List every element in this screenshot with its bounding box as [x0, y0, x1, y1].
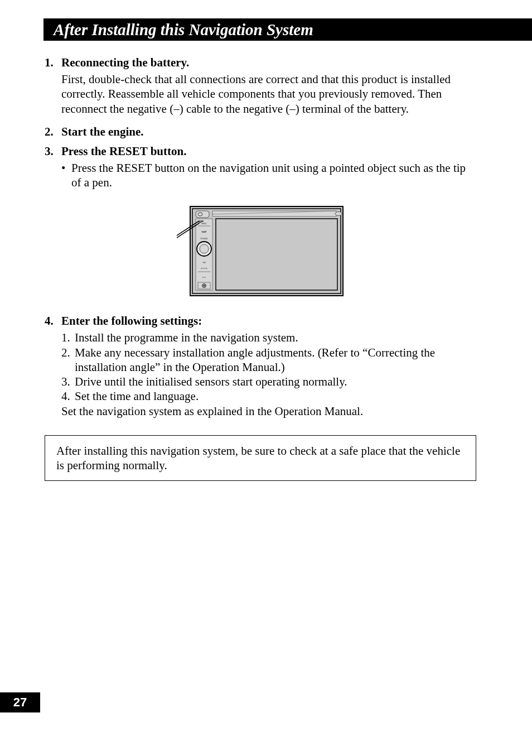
- step-4: 4. Enter the following settings: 1. Inst…: [45, 314, 476, 418]
- substep: 2. Make any necessary installation angle…: [61, 345, 476, 375]
- step-title: Reconnecting the battery.: [61, 56, 476, 70]
- substep-number: 2.: [61, 345, 75, 375]
- svg-rect-8: [216, 219, 337, 290]
- step-title: Press the RESET button.: [61, 145, 476, 158]
- step-tail-text: Set the navigation system as explained i…: [61, 404, 476, 418]
- step-body: Enter the following settings: 1. Install…: [61, 314, 476, 418]
- step-3: 3. Press the RESET button. • Press the R…: [45, 145, 476, 196]
- document-page: After Installing this Navigation System …: [0, 0, 532, 756]
- device-figure: MENU MAP PUSH AV TRK ◂ ◂ ▸ ▸ ◂ ▸: [45, 205, 476, 297]
- step-title: Enter the following settings:: [61, 314, 476, 328]
- svg-rect-13: [198, 271, 210, 272]
- page-number-tab: 27: [0, 692, 40, 712]
- svg-point-6: [335, 212, 342, 216]
- substep: 3. Drive until the initialised sensors s…: [61, 374, 476, 389]
- navigation-unit-illustration: MENU MAP PUSH AV TRK ◂ ◂ ▸ ▸ ◂ ▸: [177, 205, 344, 297]
- step-number: 1.: [45, 56, 61, 122]
- step-1: 1. Reconnecting the battery. First, doub…: [45, 56, 476, 122]
- page-number: 27: [13, 695, 27, 710]
- bullet-marker: •: [61, 161, 71, 190]
- svg-text:◂ ▸: ◂ ▸: [202, 276, 205, 278]
- section-title-bar: After Installing this Navigation System: [43, 18, 532, 41]
- substep-number: 4.: [61, 389, 75, 403]
- note-text: After installing this navigation system,…: [56, 444, 460, 472]
- section-title: After Installing this Navigation System: [54, 21, 313, 39]
- step-paragraph: First, double-check that all connections…: [61, 72, 476, 116]
- step-title: Start the engine.: [61, 125, 476, 139]
- label-trk: TRK: [202, 262, 206, 264]
- step-body: Press the RESET button. • Press the RESE…: [61, 145, 476, 196]
- step-number: 3.: [45, 145, 61, 196]
- label-map: MAP: [202, 230, 207, 233]
- svg-point-11: [200, 244, 209, 253]
- step-number: 2.: [45, 125, 61, 141]
- substep-text: Drive until the initialised sensors star…: [75, 374, 476, 389]
- substep: 1. Install the programme in the navigati…: [61, 330, 476, 345]
- label-pushav: PUSH AV: [201, 238, 208, 240]
- bullet-item: • Press the RESET button on the navigati…: [61, 161, 476, 190]
- substep-text: Set the time and language.: [75, 389, 476, 403]
- step-2: 2. Start the engine.: [45, 125, 476, 141]
- substep-text: Install the programme in the navigation …: [75, 330, 476, 345]
- bullet-text: Press the RESET button on the navigation…: [71, 161, 476, 190]
- substep-number: 3.: [61, 374, 75, 389]
- label-menu: MENU: [202, 223, 207, 225]
- substep-text: Make any necessary installation angle ad…: [75, 345, 476, 375]
- note-box: After installing this navigation system,…: [45, 435, 476, 481]
- svg-text:◂ ◂ ▸ ▸: ◂ ◂ ▸ ▸: [201, 267, 207, 269]
- content-area: 1. Reconnecting the battery. First, doub…: [45, 56, 476, 481]
- step-number: 4.: [45, 314, 61, 418]
- step-body: Start the engine.: [61, 125, 476, 141]
- svg-point-17: [204, 285, 205, 287]
- substep-number: 1.: [61, 330, 75, 345]
- svg-rect-9: [198, 225, 210, 227]
- substep: 4. Set the time and language.: [61, 389, 476, 403]
- step-body: Reconnecting the battery. First, double-…: [61, 56, 476, 122]
